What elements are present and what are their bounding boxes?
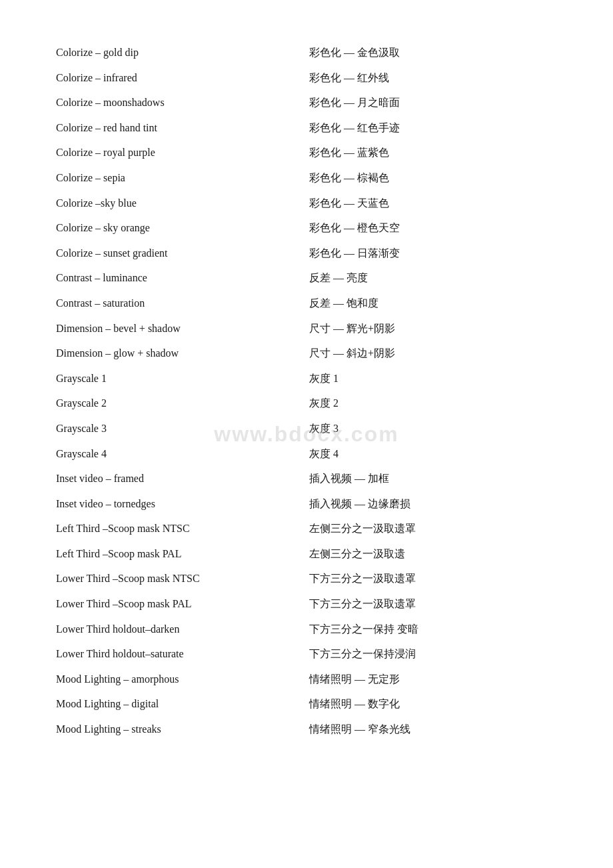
table-row: Dimension – glow + shadow尺寸 — 斜边+阴影 xyxy=(53,341,560,366)
english-text: Dimension – glow + shadow xyxy=(53,341,306,366)
english-text: Colorize – sunset gradient xyxy=(53,241,306,266)
english-text: Grayscale 4 xyxy=(53,441,306,467)
english-text: Mood Lighting – digital xyxy=(53,691,306,717)
table-row: Mood Lighting – amorphous情绪照明 — 无定形 xyxy=(53,667,560,692)
chinese-text: 灰度 3 xyxy=(306,416,560,441)
english-text: Lower Third –Scoop mask NTSC xyxy=(53,566,306,591)
english-text: Contrast – luminance xyxy=(53,265,306,291)
table-row: Colorize – infrared彩色化 — 红外线 xyxy=(53,65,560,91)
table-row: Grayscale 2灰度 2 xyxy=(53,391,560,416)
english-text: Grayscale 1 xyxy=(53,366,306,391)
english-text: Colorize – red hand tint xyxy=(53,115,306,141)
table-row: Mood Lighting – digital情绪照明 — 数字化 xyxy=(53,691,560,717)
table-row: Left Third –Scoop mask PAL左侧三分之一汲取遗 xyxy=(53,541,560,567)
table-row: Lower Third holdout–darken下方三分之一保持 变暗 xyxy=(53,617,560,642)
table-row: Colorize – red hand tint彩色化 — 红色手迹 xyxy=(53,115,560,141)
table-row: Colorize – royal purple彩色化 — 蓝紫色 xyxy=(53,140,560,165)
english-text: Contrast – saturation xyxy=(53,291,306,316)
chinese-text: 下方三分之一汲取遗罩 xyxy=(306,566,560,591)
english-text: Colorize – sepia xyxy=(53,165,306,191)
content-table: Colorize – gold dip彩色化 — 金色汲取Colorize – … xyxy=(53,40,560,742)
chinese-text: 情绪照明 — 窄条光线 xyxy=(306,717,560,742)
chinese-text: 彩色化 — 天蓝色 xyxy=(306,191,560,216)
chinese-text: 彩色化 — 月之暗面 xyxy=(306,90,560,115)
chinese-text: 彩色化 — 金色汲取 xyxy=(306,40,560,65)
english-text: Inset video – tornedges xyxy=(53,491,306,517)
chinese-text: 灰度 1 xyxy=(306,366,560,391)
english-text: Mood Lighting – streaks xyxy=(53,717,306,742)
chinese-text: 左侧三分之一汲取遗 xyxy=(306,541,560,567)
chinese-text: 彩色化 — 棕褐色 xyxy=(306,165,560,191)
table-row: Colorize – moonshadows彩色化 — 月之暗面 xyxy=(53,90,560,115)
chinese-text: 插入视频 — 加框 xyxy=(306,466,560,491)
table-row: Inset video – tornedges插入视频 — 边缘磨损 xyxy=(53,491,560,517)
english-text: Colorize – moonshadows xyxy=(53,90,306,115)
chinese-text: 尺寸 — 辉光+阴影 xyxy=(306,316,560,341)
chinese-text: 彩色化 — 日落渐变 xyxy=(306,241,560,266)
table-row: Colorize – sky orange彩色化 — 橙色天空 xyxy=(53,215,560,241)
english-text: Grayscale 2 xyxy=(53,391,306,416)
table-row: Grayscale 4灰度 4 xyxy=(53,441,560,467)
table-row: Dimension – bevel + shadow尺寸 — 辉光+阴影 xyxy=(53,316,560,341)
chinese-text: 反差 — 饱和度 xyxy=(306,291,560,316)
chinese-text: 彩色化 — 红色手迹 xyxy=(306,115,560,141)
english-text: Colorize – royal purple xyxy=(53,140,306,165)
english-text: Lower Third holdout–saturate xyxy=(53,641,306,667)
chinese-text: 灰度 2 xyxy=(306,391,560,416)
table-row: Contrast – luminance反差 — 亮度 xyxy=(53,265,560,291)
chinese-text: 插入视频 — 边缘磨损 xyxy=(306,491,560,517)
english-text: Lower Third –Scoop mask PAL xyxy=(53,591,306,617)
english-text: Colorize –sky blue xyxy=(53,191,306,216)
english-text: Lower Third holdout–darken xyxy=(53,617,306,642)
table-row: Inset video – framed插入视频 — 加框 xyxy=(53,466,560,491)
chinese-text: 彩色化 — 蓝紫色 xyxy=(306,140,560,165)
chinese-text: 下方三分之一汲取遗罩 xyxy=(306,591,560,617)
table-row: Lower Third –Scoop mask NTSC下方三分之一汲取遗罩 xyxy=(53,566,560,591)
english-text: Dimension – bevel + shadow xyxy=(53,316,306,341)
table-row: Colorize – sunset gradient彩色化 — 日落渐变 xyxy=(53,241,560,266)
table-row: Colorize –sky blue彩色化 — 天蓝色 xyxy=(53,191,560,216)
table-row: Mood Lighting – streaks情绪照明 — 窄条光线 xyxy=(53,717,560,742)
chinese-text: 灰度 4 xyxy=(306,441,560,467)
english-text: Left Third –Scoop mask PAL xyxy=(53,541,306,567)
table-row: Contrast – saturation反差 — 饱和度 xyxy=(53,291,560,316)
chinese-text: 尺寸 — 斜边+阴影 xyxy=(306,341,560,366)
chinese-text: 情绪照明 — 数字化 xyxy=(306,691,560,717)
english-text: Inset video – framed xyxy=(53,466,306,491)
chinese-text: 情绪照明 — 无定形 xyxy=(306,667,560,692)
table-row: Lower Third holdout–saturate下方三分之一保持浸润 xyxy=(53,641,560,667)
table-row: Grayscale 1灰度 1 xyxy=(53,366,560,391)
chinese-text: 下方三分之一保持 变暗 xyxy=(306,617,560,642)
english-text: Colorize – sky orange xyxy=(53,215,306,241)
chinese-text: 反差 — 亮度 xyxy=(306,265,560,291)
english-text: Colorize – gold dip xyxy=(53,40,306,65)
chinese-text: 左侧三分之一汲取遗罩 xyxy=(306,516,560,541)
english-text: Colorize – infrared xyxy=(53,65,306,91)
chinese-text: 彩色化 — 红外线 xyxy=(306,65,560,91)
chinese-text: 彩色化 — 橙色天空 xyxy=(306,215,560,241)
table-row: Colorize – gold dip彩色化 — 金色汲取 xyxy=(53,40,560,65)
table-row: Grayscale 3灰度 3 xyxy=(53,416,560,441)
table-row: Left Third –Scoop mask NTSC左侧三分之一汲取遗罩 xyxy=(53,516,560,541)
english-text: Grayscale 3 xyxy=(53,416,306,441)
table-row: Colorize – sepia彩色化 — 棕褐色 xyxy=(53,165,560,191)
table-row: Lower Third –Scoop mask PAL下方三分之一汲取遗罩 xyxy=(53,591,560,617)
english-text: Mood Lighting – amorphous xyxy=(53,667,306,692)
chinese-text: 下方三分之一保持浸润 xyxy=(306,641,560,667)
english-text: Left Third –Scoop mask NTSC xyxy=(53,516,306,541)
